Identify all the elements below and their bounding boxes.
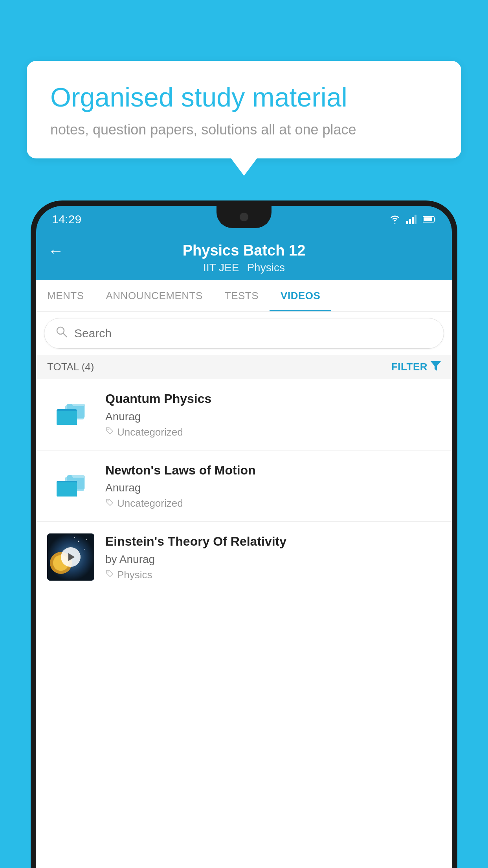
search-bar[interactable] [44,318,444,349]
header-subtitle: IIT JEE Physics [203,261,285,274]
video-tag-label: Physics [117,569,152,581]
svg-point-22 [84,549,85,550]
video-tag: Uncategorized [105,426,441,438]
video-tag-label: Uncategorized [117,426,183,438]
camera-dot [240,213,248,221]
tab-announcements[interactable]: ANNOUNCEMENTS [95,280,214,311]
svg-rect-2 [412,217,414,224]
tag-icon [105,427,114,438]
svg-rect-0 [406,221,408,224]
filter-row: TOTAL (4) FILTER [36,355,452,379]
speech-bubble-title: Organised study material [50,81,438,114]
list-item[interactable]: Quantum Physics Anurag Uncategorized [36,379,452,451]
list-item[interactable]: Newton's Laws of Motion Anurag Uncategor… [36,451,452,522]
tab-tests[interactable]: TESTS [214,280,270,311]
battery-icon [423,216,436,223]
svg-point-26 [108,572,109,573]
status-icons [389,215,436,224]
video-tag: Physics [105,569,441,581]
signal-icon [406,215,417,224]
header-tag-iitjee: IIT JEE [203,261,239,274]
svg-rect-3 [415,215,416,224]
video-info: Newton's Laws of Motion Anurag Uncategor… [105,462,441,510]
list-item[interactable]: Einstein's Theory Of Relativity by Anura… [36,522,452,593]
video-info: Einstein's Theory Of Relativity by Anura… [105,533,441,581]
video-tag: Uncategorized [105,497,441,509]
wifi-icon [389,215,401,224]
tag-icon [105,569,114,580]
video-title: Newton's Laws of Motion [105,462,441,479]
video-list: Quantum Physics Anurag Uncategorized [36,379,452,868]
svg-rect-16 [57,482,77,497]
search-icon [55,326,68,341]
total-label: TOTAL (4) [47,361,94,373]
notch [216,206,272,228]
header-tag-physics: Physics [247,261,284,274]
svg-point-13 [108,429,109,430]
video-author: Anurag [105,410,441,423]
speech-bubble-subtitle: notes, question papers, solutions all at… [50,121,438,138]
video-title: Quantum Physics [105,391,441,407]
svg-point-24 [86,539,87,540]
status-bar: 14:29 [36,206,452,233]
phone-inner: 14:29 [36,206,452,868]
video-tag-label: Uncategorized [117,497,183,509]
back-button[interactable]: ← [48,242,64,260]
app-screen: ← Physics Batch 12 IIT JEE Physics MENTS… [36,233,452,868]
video-thumbnail [47,533,94,581]
svg-point-23 [74,537,75,538]
tab-ments[interactable]: MENTS [36,280,95,311]
filter-icon [431,360,441,373]
tabs-bar: MENTS ANNOUNCEMENTS TESTS VIDEOS [36,280,452,312]
svg-point-21 [78,541,79,542]
tab-videos[interactable]: VIDEOS [270,280,331,311]
video-author: by Anurag [105,553,441,566]
filter-button[interactable]: FILTER [391,360,441,373]
tag-icon [105,498,114,509]
play-button[interactable] [61,547,81,567]
svg-marker-9 [431,361,441,371]
folder-icon [47,391,94,438]
video-title: Einstein's Theory Of Relativity [105,533,441,550]
svg-point-17 [108,500,109,501]
svg-rect-12 [57,411,77,425]
video-author: Anurag [105,482,441,494]
svg-rect-5 [434,218,435,221]
status-time: 14:29 [52,213,81,226]
video-info: Quantum Physics Anurag Uncategorized [105,391,441,438]
app-header: ← Physics Batch 12 IIT JEE Physics [36,233,452,280]
search-input[interactable] [74,327,433,340]
svg-rect-6 [424,217,432,221]
speech-bubble: Organised study material notes, question… [27,61,461,158]
speech-bubble-container: Organised study material notes, question… [27,61,461,158]
svg-rect-1 [409,219,411,224]
filter-label: FILTER [391,361,427,373]
folder-icon [47,462,94,509]
phone-frame: 14:29 [31,200,457,868]
header-title: Physics Batch 12 [183,242,306,259]
svg-line-8 [63,333,67,337]
